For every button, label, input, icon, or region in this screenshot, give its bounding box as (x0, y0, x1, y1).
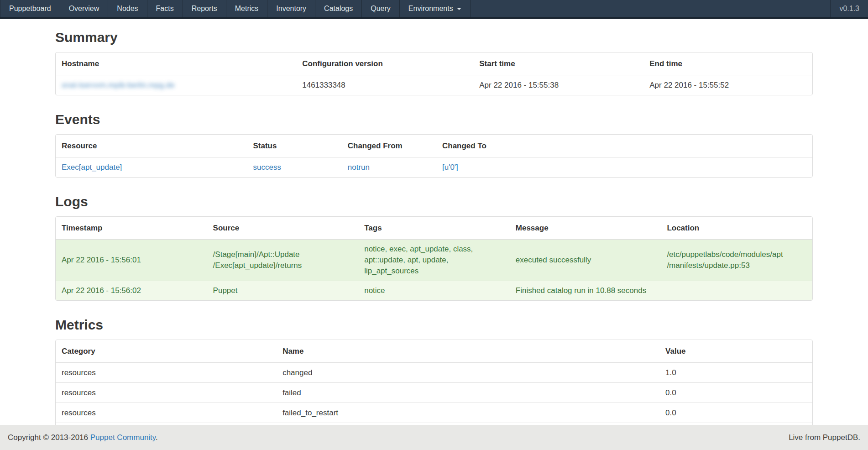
metric-value: 1.0 (659, 363, 812, 383)
logs-header-row: Timestamp Source Tags Message Location (56, 217, 812, 240)
metric-name: failed_to_restart (277, 403, 659, 423)
nav-brand-label: Puppetboard (9, 5, 51, 13)
metric-category: resources (56, 363, 277, 383)
events-heading: Events (55, 112, 813, 127)
nav-item-reports[interactable]: Reports (183, 0, 226, 17)
event-row: Exec[apt_update] success notrun [u'0'] (56, 157, 812, 178)
log-source: Puppet (207, 281, 359, 301)
nav-item-facts[interactable]: Facts (147, 0, 183, 17)
nav-item-catalogs[interactable]: Catalogs (315, 0, 362, 17)
top-navbar: Puppetboard Overview Nodes Facts Reports… (0, 0, 868, 19)
navbar-spacer (471, 0, 831, 17)
logs-heading: Logs (55, 194, 813, 209)
config-version-value: 1461333348 (296, 75, 473, 95)
summary-heading: Summary (55, 30, 813, 45)
events-col-resource: Resource (56, 135, 247, 157)
metric-category: resources (56, 403, 277, 423)
metrics-col-value: Value (659, 340, 812, 363)
summary-col-start-time: Start time (473, 52, 643, 75)
hostname-link[interactable]: snat-tservvm.mpib-berlin.mpg.de (62, 81, 175, 89)
nav-dropdown-environments[interactable]: Environments (400, 0, 471, 17)
copyright-prefix: Copyright © 2013-2016 (8, 433, 88, 442)
metric-row: resources failed_to_restart 0.0 (56, 403, 812, 423)
summary-col-end-time: End time (643, 52, 812, 75)
nav-item-label: Metrics (235, 5, 259, 13)
log-message: executed successfully (510, 240, 661, 281)
summary-table: Hostname Configuration version Start tim… (55, 52, 813, 95)
log-tags: notice, exec, apt_update, class, apt::up… (358, 240, 510, 281)
log-tags: notice (358, 281, 510, 301)
summary-col-hostname: Hostname (56, 52, 296, 75)
event-status-link[interactable]: success (253, 163, 281, 172)
end-time-value: Apr 22 2016 - 15:55:52 (643, 75, 812, 95)
summary-header-row: Hostname Configuration version Start tim… (56, 52, 812, 75)
metrics-header-row: Category Name Value (56, 340, 812, 363)
chevron-down-icon (457, 8, 461, 10)
events-header-row: Resource Status Changed From Changed To (56, 135, 812, 157)
log-timestamp: Apr 22 2016 - 15:56:02 (56, 281, 207, 301)
page-footer: Copyright © 2013-2016 Puppet Community. … (0, 425, 868, 450)
nav-item-label: Overview (69, 5, 99, 13)
metrics-heading: Metrics (55, 317, 813, 333)
logs-col-timestamp: Timestamp (56, 217, 207, 240)
events-table: Resource Status Changed From Changed To … (55, 134, 813, 178)
log-location: ​/etc​/puppetlabs​/code​/modules​/apt​/m… (667, 249, 783, 271)
metric-name: failed (277, 383, 659, 403)
log-message: Finished catalog run in 10.88 seconds (510, 281, 661, 301)
metric-value: 0.0 (659, 403, 812, 423)
logs-col-message: Message (510, 217, 661, 240)
nav-dropdown-label: Environments (408, 5, 453, 13)
start-time-value: Apr 22 2016 - 15:55:38 (473, 75, 643, 95)
nav-item-label: Facts (156, 5, 174, 13)
copyright-text: Copyright © 2013-2016 Puppet Community. (8, 433, 158, 442)
metric-category: resources (56, 383, 277, 403)
puppet-community-link[interactable]: Puppet Community (90, 433, 156, 442)
event-changed-to-link[interactable]: [u'0'] (442, 163, 458, 172)
metric-row: resources changed 1.0 (56, 363, 812, 383)
nav-item-nodes[interactable]: Nodes (108, 0, 147, 17)
logs-col-tags: Tags (358, 217, 510, 240)
nav-item-query[interactable]: Query (362, 0, 400, 17)
main-content: Summary Hostname Configuration version S… (55, 30, 813, 432)
copyright-suffix: . (156, 433, 158, 442)
logs-col-location: Location (661, 217, 812, 240)
summary-row: snat-tservvm.mpib-berlin.mpg.de 14613333… (56, 75, 812, 95)
metric-name: changed (277, 363, 659, 383)
events-col-changed-from: Changed From (342, 135, 436, 157)
metrics-col-name: Name (277, 340, 659, 363)
logs-col-source: Source (207, 217, 359, 240)
log-location (661, 281, 812, 301)
nav-item-overview[interactable]: Overview (60, 0, 109, 17)
log-row: Apr 22 2016 - 15:56:02 Puppet notice Fin… (56, 281, 812, 301)
nav-item-label: Inventory (276, 5, 306, 13)
log-source: ​/Stage[main]​/Apt::Update​/Exec[apt_upd… (213, 249, 343, 271)
logs-table: Timestamp Source Tags Message Location A… (55, 216, 813, 301)
nav-items: Puppetboard Overview Nodes Facts Reports… (0, 0, 471, 17)
log-row: Apr 22 2016 - 15:56:01 ​/Stage[main]​/Ap… (56, 240, 812, 281)
nav-item-label: Catalogs (324, 5, 353, 13)
summary-col-config-version: Configuration version (296, 52, 473, 75)
metrics-table: Category Name Value resources changed 1.… (55, 340, 813, 432)
nav-item-label: Nodes (117, 5, 138, 13)
metrics-col-category: Category (56, 340, 277, 363)
nav-item-label: Query (371, 5, 391, 13)
metric-value: 0.0 (659, 383, 812, 403)
nav-item-label: Reports (192, 5, 217, 13)
log-timestamp: Apr 22 2016 - 15:56:01 (56, 240, 207, 281)
app-version: v0.1.3 (830, 0, 868, 17)
event-resource-link[interactable]: Exec[apt_update] (62, 163, 122, 172)
event-changed-from-link[interactable]: notrun (348, 163, 370, 172)
live-from-puppetdb-text: Live from PuppetDB. (789, 433, 860, 442)
nav-item-inventory[interactable]: Inventory (267, 0, 315, 17)
events-col-changed-to: Changed To (436, 135, 812, 157)
events-col-status: Status (247, 135, 341, 157)
nav-item-metrics[interactable]: Metrics (226, 0, 268, 17)
nav-brand-puppetboard[interactable]: Puppetboard (0, 0, 60, 17)
metric-row: resources failed 0.0 (56, 383, 812, 403)
